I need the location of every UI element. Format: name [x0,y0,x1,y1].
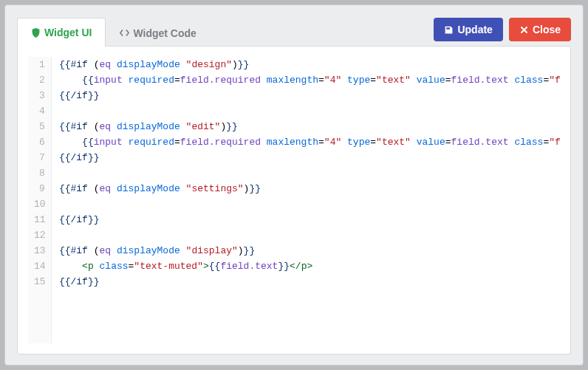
tab-widget-ui[interactable]: Widget UI [17,18,106,47]
line-number: 9 [34,181,45,196]
code-line[interactable]: {{input required=field.required maxlengt… [59,72,553,88]
action-buttons: Update Close [434,18,571,46]
code-line[interactable]: {{input required=field.required maxlengt… [59,134,553,150]
code-line[interactable]: {{#if (eq displayMode "display")}} [59,243,553,258]
code-line[interactable]: {{#if (eq displayMode "settings")}} [59,181,553,196]
line-number: 11 [34,212,45,227]
tab-bar: Widget UI Widget Code [17,17,211,46]
code-line[interactable]: {{/if}} [59,212,553,227]
tab-label: Widget UI [44,27,92,38]
tab-label: Widget Code [133,27,196,39]
save-icon [444,25,454,35]
close-button[interactable]: Close [509,18,571,41]
widget-editor-panel: Widget UI Widget Code Update Close 12345… [4,4,584,366]
code-icon [120,28,129,38]
code-line[interactable]: {{#if (eq displayMode "design")}} [59,57,553,72]
line-number: 5 [34,119,45,134]
toolbar: Widget UI Widget Code Update Close [17,17,571,46]
code-line[interactable] [59,165,553,181]
code-line[interactable]: <p class="text-muted">{{field.text}}</p> [59,258,553,274]
line-number: 15 [34,274,45,290]
line-number: 10 [34,196,45,212]
button-label: Update [457,24,492,35]
code-editor[interactable]: 123456789101112131415 {{#if (eq displayM… [28,57,560,343]
x-icon [519,25,529,35]
line-number: 4 [34,103,45,119]
line-number: 6 [34,134,45,150]
code-line[interactable]: {{#if (eq displayMode "edit")}} [59,119,553,134]
button-label: Close [533,24,561,35]
line-number: 7 [34,150,45,165]
line-number-gutter: 123456789101112131415 [28,57,52,343]
line-number: 8 [34,165,45,181]
code-line[interactable]: {{/if}} [59,150,553,165]
line-number: 14 [34,258,45,274]
code-line[interactable]: {{/if}} [59,274,553,290]
code-content[interactable]: {{#if (eq displayMode "design")}} {{inpu… [52,57,560,343]
shield-icon [31,28,41,38]
line-number: 1 [34,57,45,72]
code-line[interactable] [59,227,553,243]
line-number: 3 [34,88,45,103]
update-button[interactable]: Update [434,18,502,41]
code-line[interactable] [59,196,553,212]
line-number: 12 [34,227,45,243]
editor-panel: 123456789101112131415 {{#if (eq displayM… [17,46,571,354]
line-number: 2 [34,72,45,88]
code-line[interactable] [59,103,553,119]
line-number: 13 [34,243,45,258]
code-line[interactable]: {{/if}} [59,88,553,103]
tab-widget-code[interactable]: Widget Code [106,18,210,47]
